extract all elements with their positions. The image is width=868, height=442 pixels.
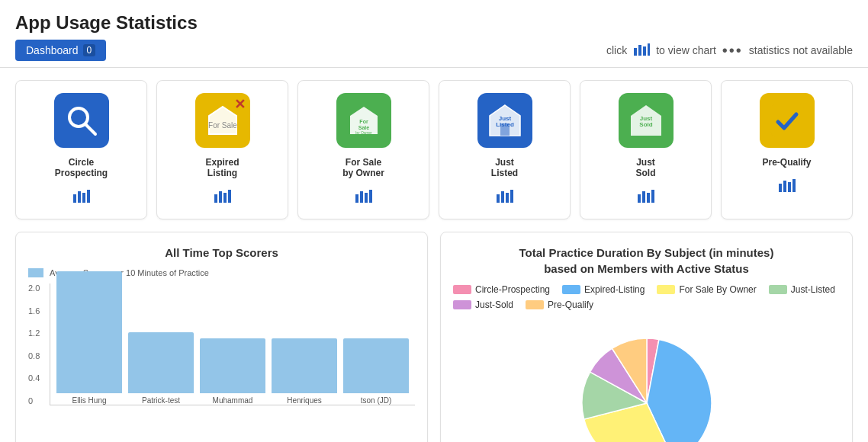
legend-label: Just-Sold bbox=[475, 299, 513, 310]
tile-chart-btn-expired-listing[interactable] bbox=[214, 187, 232, 207]
pie-chart-panel: Total Practice Duration By Subject (in m… bbox=[440, 232, 853, 442]
tile-chart-btn-pre-qualify[interactable] bbox=[778, 177, 796, 196]
legend-label: Pre-Qualify bbox=[548, 299, 593, 310]
tile-label-for-sale: For Saleby Owner bbox=[342, 157, 384, 178]
pie-legend-item: For Sale By Owner bbox=[657, 284, 756, 295]
bar-legend-color bbox=[28, 268, 43, 277]
tile-icon-pre-qualify bbox=[760, 93, 815, 148]
bar-chart-icon bbox=[633, 42, 650, 59]
bar-label: Henriques bbox=[287, 396, 322, 405]
svg-rect-39 bbox=[642, 191, 645, 203]
legend-color-box bbox=[769, 285, 787, 294]
tile-just-sold: Just Sold JustSold bbox=[580, 80, 712, 219]
svg-rect-7 bbox=[78, 191, 81, 203]
pie-legend-item: Just-Listed bbox=[769, 284, 835, 295]
bar-label: Ellis Hung bbox=[72, 396, 106, 405]
hint-view-text: to view chart bbox=[656, 44, 716, 56]
bar-label: tson (JD) bbox=[361, 396, 392, 405]
svg-rect-25 bbox=[369, 190, 372, 203]
legend-label: For Sale By Owner bbox=[679, 284, 756, 295]
tile-icon-circle-prospecting bbox=[54, 93, 109, 148]
svg-rect-13 bbox=[214, 194, 217, 203]
legend-label: Circle-Prospecting bbox=[475, 284, 550, 295]
svg-rect-45 bbox=[788, 182, 791, 192]
svg-rect-22 bbox=[355, 194, 358, 203]
legend-color-box bbox=[562, 285, 580, 294]
tile-chart-btn-for-sale[interactable] bbox=[355, 187, 373, 207]
dashboard-button[interactable]: Dashboard 0 bbox=[15, 40, 106, 61]
svg-text:Listed: Listed bbox=[496, 121, 514, 128]
page-title: App Usage Statistics bbox=[15, 12, 853, 34]
svg-rect-41 bbox=[651, 190, 654, 203]
svg-rect-38 bbox=[638, 194, 641, 203]
svg-rect-40 bbox=[647, 193, 650, 203]
dots-icon: ••• bbox=[722, 42, 743, 59]
bar-group: Henriques bbox=[272, 338, 337, 405]
hint-click-text: click bbox=[606, 44, 627, 56]
svg-text:by Owner: by Owner bbox=[355, 130, 372, 135]
svg-rect-31 bbox=[497, 194, 500, 203]
tile-label-pre-qualify: Pre-Qualify bbox=[762, 157, 811, 168]
svg-rect-33 bbox=[506, 193, 509, 203]
tiles-row: CircleProspecting For Sale ✕ E bbox=[15, 80, 853, 219]
svg-marker-10 bbox=[209, 107, 236, 134]
tile-label-expired-listing: ExpiredListing bbox=[205, 157, 239, 178]
bar bbox=[343, 338, 409, 393]
tile-label-just-sold: JustSold bbox=[636, 157, 656, 178]
svg-text:For Sale: For Sale bbox=[208, 121, 237, 130]
legend-color-box bbox=[453, 285, 471, 294]
svg-text:Sale: Sale bbox=[358, 125, 369, 130]
bar bbox=[128, 332, 194, 393]
tile-just-listed: Just Listed JustListed bbox=[439, 80, 571, 219]
pie-legend: Circle-ProspectingExpired-ListingFor Sal… bbox=[453, 284, 840, 310]
legend-label: Expired-Listing bbox=[584, 284, 645, 295]
tile-icon-just-sold: Just Sold bbox=[619, 93, 674, 148]
svg-rect-42 bbox=[770, 104, 804, 137]
dashboard-label: Dashboard bbox=[26, 44, 79, 56]
bar-group: Muhammad bbox=[200, 338, 265, 405]
legend-color-box bbox=[526, 300, 544, 309]
legend-color-box bbox=[453, 300, 471, 309]
bar-chart-area: 0 0.4 0.8 1.2 1.6 2.0 Ellis HungPatrick-… bbox=[28, 283, 415, 405]
bar-chart-title: All Time Top Scorers bbox=[28, 245, 415, 261]
bars-container: Ellis HungPatrick-testMuhammadHenriquest… bbox=[50, 283, 415, 405]
svg-rect-15 bbox=[223, 193, 227, 203]
svg-rect-16 bbox=[228, 190, 231, 203]
chart-hint: click to view chart ••• statistics not a… bbox=[606, 42, 853, 59]
svg-rect-32 bbox=[501, 191, 504, 203]
tile-chart-btn-just-sold[interactable] bbox=[637, 187, 655, 207]
legend-color-box bbox=[657, 285, 675, 294]
svg-rect-1 bbox=[638, 45, 641, 56]
y-axis: 0 0.4 0.8 1.2 1.6 2.0 bbox=[28, 283, 50, 405]
bar-group: Patrick-test bbox=[128, 332, 194, 405]
bar-group: tson (JD) bbox=[343, 338, 409, 405]
bar-label: Patrick-test bbox=[142, 396, 180, 405]
pie-chart-container bbox=[453, 319, 840, 442]
tile-icon-for-sale: For Sale by Owner bbox=[336, 93, 391, 148]
svg-text:For: For bbox=[359, 119, 368, 124]
dashboard-badge: 0 bbox=[83, 44, 96, 56]
bar bbox=[272, 338, 337, 393]
svg-rect-44 bbox=[783, 181, 786, 192]
svg-rect-46 bbox=[792, 179, 796, 192]
tile-circle-prospecting: CircleProspecting bbox=[15, 80, 147, 219]
svg-rect-34 bbox=[510, 190, 513, 203]
pie-legend-item: Expired-Listing bbox=[562, 284, 645, 295]
svg-rect-43 bbox=[779, 184, 782, 192]
svg-line-5 bbox=[85, 124, 95, 134]
svg-rect-24 bbox=[365, 193, 368, 203]
bar-label: Muhammad bbox=[213, 396, 253, 405]
tile-icon-just-listed: Just Listed bbox=[477, 93, 532, 148]
bar-chart-panel: All Time Top Scorers Average Scores per … bbox=[15, 232, 428, 442]
svg-rect-6 bbox=[73, 194, 76, 203]
svg-rect-0 bbox=[634, 48, 637, 56]
tile-expired-listing: For Sale ✕ ExpiredListing bbox=[156, 80, 288, 219]
tile-label-circle-prospecting: CircleProspecting bbox=[55, 157, 108, 178]
charts-row: All Time Top Scorers Average Scores per … bbox=[15, 232, 853, 442]
tile-chart-btn-just-listed[interactable] bbox=[496, 187, 514, 207]
svg-rect-3 bbox=[648, 43, 650, 56]
svg-rect-8 bbox=[82, 193, 85, 203]
tile-for-sale: For Sale by Owner For Saleby Owner bbox=[297, 80, 429, 219]
tile-chart-btn-circle-prospecting[interactable] bbox=[72, 187, 91, 207]
bar bbox=[56, 271, 122, 393]
